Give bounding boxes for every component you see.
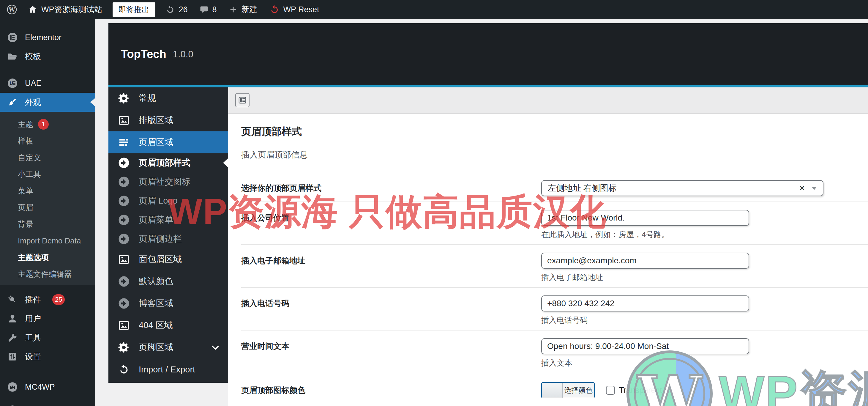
sub-item-label: Import Demo Data bbox=[18, 236, 81, 245]
sidebar-item-tools[interactable]: 工具 bbox=[0, 328, 95, 347]
wp-reset-menu[interactable]: WP Reset bbox=[264, 0, 325, 19]
options-item-label: 面包屑区域 bbox=[139, 254, 182, 265]
sub-item-label: 背景 bbox=[18, 219, 33, 229]
sidebar-item-uae[interactable]: U UAE bbox=[0, 74, 95, 93]
active-item-notch bbox=[223, 158, 228, 168]
refresh-icon bbox=[117, 363, 130, 376]
svg-text:U: U bbox=[10, 81, 13, 86]
sidebar-item-import-demo-data[interactable]: Import Demo Data bbox=[0, 232, 95, 249]
company-location-input[interactable] bbox=[541, 210, 749, 226]
settings-icon bbox=[6, 351, 19, 362]
field-label: 插入电子邮箱地址 bbox=[241, 253, 541, 282]
folder-icon bbox=[6, 51, 19, 62]
sidebar-item-background[interactable]: 背景 bbox=[0, 216, 95, 232]
options-item-label: 页眉顶部样式 bbox=[139, 157, 190, 169]
sub-item-label: 主题选项 bbox=[18, 252, 49, 263]
sidebar-item-theme-file-editor[interactable]: 主题文件编辑器 bbox=[0, 266, 95, 282]
new-content-menu[interactable]: 新建 bbox=[223, 0, 264, 19]
select-color-button[interactable]: 选择颜色 bbox=[563, 383, 594, 398]
phone-input[interactable] bbox=[541, 295, 749, 312]
wp-reset-label: WP Reset bbox=[283, 5, 319, 14]
sidebar-item-settings[interactable]: 设置 bbox=[0, 347, 95, 366]
options-item-breadcrumb-area[interactable]: 面包屑区域 bbox=[108, 249, 228, 270]
email-input[interactable] bbox=[541, 253, 749, 269]
options-item-label: 页眉社交图标 bbox=[139, 176, 190, 188]
options-item-label: 页眉区域 bbox=[139, 137, 173, 148]
sidebar-item-menus[interactable]: 菜单 bbox=[0, 182, 95, 199]
plugins-update-badge: 25 bbox=[52, 294, 65, 305]
elementor-icon bbox=[6, 31, 19, 44]
sidebar-item-partial[interactable] bbox=[0, 401, 95, 406]
sub-item-label: 主题文件编辑器 bbox=[18, 269, 72, 280]
form-row-icon-color: 页眉顶部图标颜色 选择颜色 Transparent bbox=[241, 373, 868, 406]
sidebar-item-elementor[interactable]: Elementor bbox=[0, 28, 95, 47]
open-hours-input[interactable] bbox=[541, 338, 749, 354]
options-item-header-area[interactable]: 页眉区域 bbox=[108, 132, 228, 153]
options-item-label: 排版区域 bbox=[139, 114, 173, 126]
color-picker[interactable]: 选择颜色 bbox=[541, 382, 595, 398]
toggle-panel-button[interactable] bbox=[235, 93, 250, 107]
coming-soon-badge: 即将推出 bbox=[113, 2, 155, 17]
clear-selection-icon[interactable]: × bbox=[800, 183, 804, 193]
sidebar-item-theme-options[interactable]: 主题选项 bbox=[0, 249, 95, 266]
sidebar-item-widgets[interactable]: 小工具 bbox=[0, 166, 95, 182]
plugin-icon bbox=[6, 294, 19, 306]
sidebar-item-customize[interactable]: 自定义 bbox=[0, 149, 95, 166]
field-label: 插入公司位置 bbox=[241, 210, 541, 239]
options-item-header-menu[interactable]: 页眉菜单 bbox=[108, 210, 228, 229]
options-item-header-top-style[interactable]: 页眉顶部样式 bbox=[108, 153, 228, 172]
sidebar-item-label: 用户 bbox=[25, 313, 41, 324]
updates-indicator[interactable]: 26 bbox=[159, 0, 194, 19]
sidebar-item-label: UAE bbox=[25, 79, 41, 88]
sub-item-label: 主题 bbox=[18, 119, 33, 129]
theme-name: TopTech bbox=[121, 48, 166, 61]
wordpress-logo[interactable]: W bbox=[0, 0, 22, 19]
options-item-general[interactable]: 常规 bbox=[108, 87, 228, 109]
sidebar-item-label: MC4WP bbox=[25, 382, 55, 392]
comments-indicator[interactable]: 8 bbox=[194, 0, 223, 19]
themes-update-badge: 1 bbox=[38, 119, 49, 129]
visit-site-link[interactable]: WP资源海测试站 bbox=[22, 0, 108, 19]
admin-bar: W WP资源海测试站 即将推出 26 8 新建 WP Reset bbox=[0, 0, 868, 19]
layout-panel-icon bbox=[238, 96, 247, 105]
sidebar-item-users[interactable]: 用户 bbox=[0, 309, 95, 328]
options-item-404-area[interactable]: 404 区域 bbox=[108, 315, 228, 337]
sidebar-item-patterns[interactable]: 样板 bbox=[0, 133, 95, 149]
options-item-footer-area[interactable]: 页脚区域 bbox=[108, 337, 228, 358]
sidebar-item-plugins[interactable]: 插件 25 bbox=[0, 290, 95, 309]
options-item-blog-area[interactable]: 博客区域 bbox=[108, 292, 228, 315]
sidebar-item-mc4wp[interactable]: MC4WP bbox=[0, 377, 95, 397]
image-icon bbox=[117, 114, 130, 127]
options-item-header-social-icons[interactable]: 页眉社交图标 bbox=[108, 172, 228, 192]
header-style-select[interactable]: 左侧地址 右侧图标 × bbox=[541, 180, 824, 196]
options-item-typography[interactable]: 排版区域 bbox=[108, 109, 228, 132]
transparent-checkbox[interactable] bbox=[606, 386, 615, 395]
content-area: 页眉顶部样式 插入页眉顶部信息 选择你的顶部页眉样式 左侧地址 右侧图标 × 插… bbox=[228, 114, 868, 406]
transparent-label: Transparent bbox=[619, 386, 662, 395]
circle-arrow-icon bbox=[117, 213, 130, 227]
sidebar-item-templates[interactable]: 模板 bbox=[0, 47, 95, 66]
sidebar-item-appearance[interactable]: 外观 bbox=[0, 93, 95, 112]
accent-divider bbox=[108, 85, 868, 87]
options-item-import-export[interactable]: Import / Export bbox=[108, 358, 228, 380]
image-icon bbox=[117, 319, 130, 332]
options-item-default-colors[interactable]: 默认颜色 bbox=[108, 270, 228, 292]
field-helper: 在此插入地址，例如：房屋，4号路。 bbox=[541, 230, 749, 239]
update-count: 26 bbox=[179, 5, 188, 14]
field-label: 选择你的顶部页眉样式 bbox=[241, 180, 541, 196]
sidebar-item-header[interactable]: 页眉 bbox=[0, 199, 95, 216]
circle-arrow-icon bbox=[117, 275, 130, 288]
selected-item-notch bbox=[90, 98, 95, 107]
page-subtitle: 插入页眉顶部信息 bbox=[241, 149, 868, 161]
circle-arrow-icon bbox=[117, 232, 130, 245]
wp-reset-icon bbox=[270, 4, 280, 14]
sub-item-label: 样板 bbox=[18, 136, 33, 146]
options-item-header-logo[interactable]: 页眉 Logo bbox=[108, 192, 228, 210]
options-item-header-sidebar[interactable]: 页眉侧边栏 bbox=[108, 229, 228, 249]
sidebar-item-label: Elementor bbox=[25, 33, 61, 42]
sidebar-item-themes[interactable]: 主题 1 bbox=[0, 116, 95, 133]
field-helper: 插入电话号码 bbox=[541, 316, 749, 324]
site-name: WP资源海测试站 bbox=[41, 4, 102, 15]
page-title: 页眉顶部样式 bbox=[241, 125, 868, 139]
sub-item-label: 页眉 bbox=[18, 202, 33, 213]
